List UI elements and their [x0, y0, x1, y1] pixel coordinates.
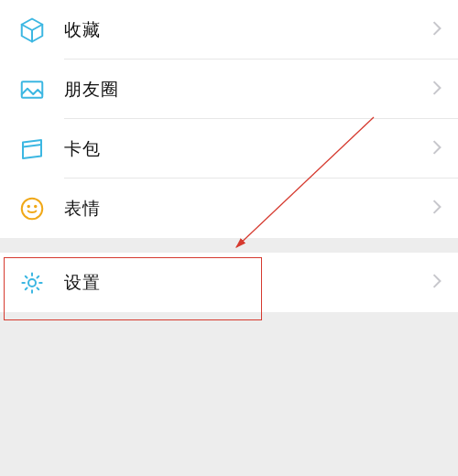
smile-icon [18, 195, 64, 222]
svg-point-3 [35, 205, 37, 207]
photo-icon [18, 76, 64, 103]
menu-item-label: 卡包 [64, 137, 432, 161]
menu-item-favorites[interactable]: 收藏 [0, 0, 458, 60]
menu-group-1: 收藏 朋友圈 卡包 [0, 0, 458, 238]
menu-item-label: 设置 [64, 271, 432, 295]
chevron-right-icon [432, 140, 442, 158]
chevron-right-icon [432, 200, 442, 218]
svg-point-4 [28, 279, 36, 287]
menu-item-cards[interactable]: 卡包 [0, 119, 458, 178]
menu-item-label: 收藏 [64, 18, 432, 42]
chevron-right-icon [432, 21, 442, 39]
wallet-icon [18, 135, 64, 163]
chevron-right-icon [432, 274, 442, 292]
svg-point-2 [28, 205, 30, 207]
menu-item-moments[interactable]: 朋友圈 [0, 60, 458, 119]
menu-item-label: 朋友圈 [64, 78, 432, 102]
menu-group-2: 设置 [0, 253, 458, 312]
chevron-right-icon [432, 81, 442, 99]
menu-item-label: 表情 [64, 197, 432, 221]
cube-icon [18, 16, 64, 44]
svg-point-1 [22, 198, 43, 219]
section-divider [0, 238, 458, 253]
gear-icon [18, 269, 64, 297]
menu-item-stickers[interactable]: 表情 [0, 178, 458, 238]
svg-rect-0 [22, 81, 43, 98]
menu-item-settings[interactable]: 设置 [0, 253, 458, 312]
